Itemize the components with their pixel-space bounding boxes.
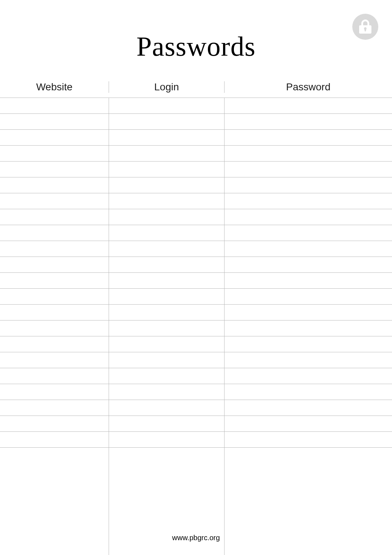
cell-password	[225, 225, 392, 241]
svg-rect-2	[365, 29, 366, 31]
page-title: Passwords	[0, 31, 392, 62]
cell-password	[225, 257, 392, 272]
cell-password	[225, 273, 392, 288]
cell-login	[109, 225, 225, 241]
cell-website	[0, 305, 109, 320]
table-row	[0, 161, 392, 177]
cell-login	[109, 241, 225, 257]
cell-password	[225, 368, 392, 384]
table-row	[0, 145, 392, 161]
cell-password	[225, 305, 392, 320]
column-header-website: Website	[0, 81, 109, 93]
cell-password	[225, 320, 392, 336]
cell-login	[109, 320, 225, 336]
cell-login	[109, 400, 225, 416]
cell-website	[0, 336, 109, 352]
cell-password	[225, 416, 392, 431]
table-row	[0, 400, 392, 416]
cell-login	[109, 193, 225, 209]
cell-website	[0, 177, 109, 193]
cell-password	[225, 384, 392, 400]
cell-login	[109, 257, 225, 272]
cell-website	[0, 146, 109, 161]
cell-website	[0, 320, 109, 336]
cell-website	[0, 384, 109, 400]
cell-login	[109, 368, 225, 384]
cell-password	[225, 130, 392, 145]
table-row	[0, 209, 392, 225]
cell-login	[109, 336, 225, 352]
cell-website	[0, 193, 109, 209]
cell-login	[109, 114, 225, 129]
cell-website	[0, 416, 109, 431]
cell-login	[109, 177, 225, 193]
column-header-password: Password	[225, 81, 392, 93]
cell-login	[109, 416, 225, 431]
cell-website	[0, 225, 109, 241]
cell-password	[225, 352, 392, 368]
cell-password	[225, 400, 392, 416]
table-row	[0, 304, 392, 320]
table-row	[0, 225, 392, 241]
cell-password	[225, 289, 392, 304]
cell-login	[109, 305, 225, 320]
cell-login	[109, 289, 225, 304]
lock-icon	[352, 14, 378, 40]
cell-login	[109, 384, 225, 400]
cell-login	[109, 130, 225, 145]
table-row	[0, 129, 392, 145]
cell-password	[225, 209, 392, 225]
cell-website	[0, 209, 109, 225]
passwords-table: Website Login Password	[0, 77, 392, 463]
table-row	[0, 272, 392, 288]
table-row	[0, 336, 392, 352]
table-row	[0, 416, 392, 431]
cell-website	[0, 162, 109, 177]
cell-password	[225, 146, 392, 161]
cell-website	[0, 130, 109, 145]
cell-password	[225, 336, 392, 352]
cell-login	[109, 162, 225, 177]
cell-login	[109, 273, 225, 288]
table-row	[0, 288, 392, 304]
cell-login	[109, 146, 225, 161]
cell-website	[0, 273, 109, 288]
table-row	[0, 352, 392, 368]
cell-website	[0, 241, 109, 257]
table-row	[0, 368, 392, 384]
cell-login	[109, 209, 225, 225]
cell-password	[225, 114, 392, 129]
table-row	[0, 98, 392, 113]
table-row	[0, 193, 392, 209]
cell-login	[109, 352, 225, 368]
table-row	[0, 241, 392, 257]
cell-password	[225, 241, 392, 257]
table-row	[0, 257, 392, 272]
table-row	[0, 384, 392, 400]
cell-login	[109, 98, 225, 113]
table-row	[0, 113, 392, 129]
table-row	[0, 320, 392, 336]
cell-website	[0, 257, 109, 272]
cell-password	[225, 162, 392, 177]
cell-password	[225, 177, 392, 193]
table-header-row: Website Login Password	[0, 77, 392, 98]
footer-url: www.pbgrc.org	[0, 534, 392, 542]
table-row	[0, 177, 392, 193]
cell-website	[0, 98, 109, 113]
cell-website	[0, 400, 109, 416]
cell-website	[0, 114, 109, 129]
cell-website	[0, 352, 109, 368]
cell-website	[0, 368, 109, 384]
cell-password	[225, 98, 392, 113]
column-header-login: Login	[109, 81, 225, 93]
cell-password	[225, 193, 392, 209]
cell-website	[0, 289, 109, 304]
